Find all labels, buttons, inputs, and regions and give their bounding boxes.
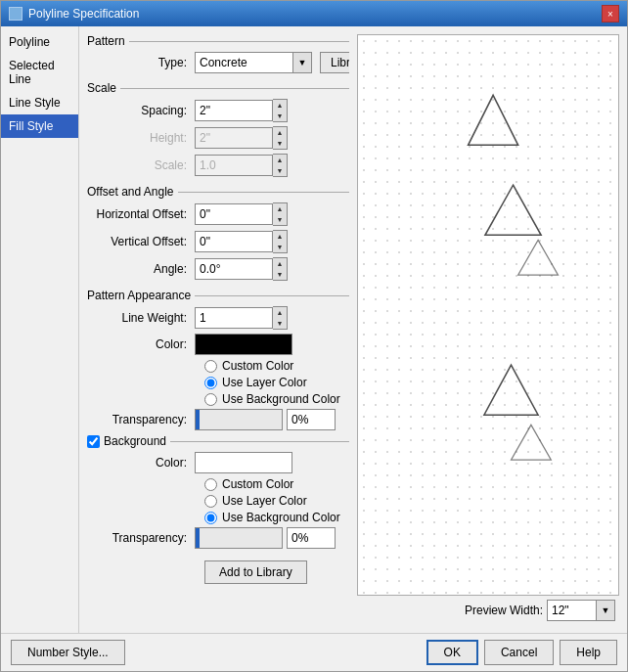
number-style-button[interactable]: Number Style... xyxy=(11,640,125,665)
pattern-bg-color-label: Use Background Color xyxy=(222,392,340,406)
pattern-color-swatch[interactable] xyxy=(195,334,292,355)
angle-input[interactable]: 0.0° xyxy=(195,258,273,280)
scale-row: Scale: 1.0 ▲ ▼ xyxy=(87,154,349,177)
type-label: Type: xyxy=(87,56,195,69)
pattern-custom-color-row: Custom Color xyxy=(204,359,349,373)
spacing-spinner-btns[interactable]: ▲ ▼ xyxy=(273,99,288,122)
v-offset-label: Vertical Offset: xyxy=(87,235,195,248)
spacing-row: Spacing: 2" ▲ ▼ xyxy=(87,99,349,122)
line-weight-spinner-btns[interactable]: ▲ ▼ xyxy=(273,306,288,330)
preview-box xyxy=(357,34,619,596)
scale-input: 1.0 xyxy=(195,155,273,176)
sidebar-item-fill-style[interactable]: Fill Style xyxy=(1,114,78,138)
pattern-bg-color-row: Use Background Color xyxy=(204,392,349,406)
h-offset-spinner[interactable]: 0" ▲ ▼ xyxy=(195,202,288,226)
pattern-layer-color-row: Use Layer Color xyxy=(204,376,349,389)
line-weight-down[interactable]: ▼ xyxy=(273,318,287,329)
v-offset-spinner[interactable]: 0" ▲ ▼ xyxy=(195,230,288,253)
line-weight-row: Line Weight: 1 ▲ ▼ xyxy=(87,306,349,330)
pattern-layer-color-radio[interactable] xyxy=(204,377,217,389)
scale-label: Scale: xyxy=(87,158,195,172)
pattern-color-label: Color: xyxy=(87,337,195,351)
preview-width-label: Preview Width: xyxy=(465,604,543,617)
v-offset-spinner-btns[interactable]: ▲ ▼ xyxy=(273,230,288,253)
spacing-input[interactable]: 2" xyxy=(195,100,273,121)
pattern-transparency-fill xyxy=(196,410,200,429)
background-section-header: Background xyxy=(87,434,349,448)
height-down: ▼ xyxy=(273,138,287,149)
bg-bg-color-radio[interactable] xyxy=(204,512,217,524)
scale-section-header: Scale xyxy=(87,81,349,95)
appearance-section-header: Pattern Appearance xyxy=(87,289,349,302)
svg-marker-4 xyxy=(511,425,551,460)
svg-marker-1 xyxy=(485,185,541,235)
type-row: Type: Concrete ▼ Library... xyxy=(87,52,349,73)
svg-marker-2 xyxy=(518,240,559,275)
library-button[interactable]: Library... xyxy=(320,52,349,73)
type-dropdown-arrow[interactable]: ▼ xyxy=(292,52,312,73)
spacing-spinner[interactable]: 2" ▲ ▼ xyxy=(195,99,288,122)
background-section-label: Background xyxy=(104,434,166,448)
sidebar-item-polyline[interactable]: Polyline xyxy=(1,30,78,54)
preview-width-input[interactable]: 12" xyxy=(547,600,596,621)
bg-transparency-fill xyxy=(196,528,200,548)
spacing-down[interactable]: ▼ xyxy=(273,111,287,121)
v-offset-up[interactable]: ▲ xyxy=(273,231,287,242)
height-up: ▲ xyxy=(273,127,287,138)
pattern-transparency-row: Transparency: 0% xyxy=(87,409,349,430)
pattern-transparency-label: Transparency: xyxy=(87,413,195,426)
h-offset-spinner-btns[interactable]: ▲ ▼ xyxy=(273,202,288,226)
pattern-custom-color-radio[interactable] xyxy=(204,360,217,373)
angle-spinner-btns[interactable]: ▲ ▼ xyxy=(273,257,288,281)
bg-color-swatch[interactable] xyxy=(195,452,292,473)
preview-width-arrow[interactable]: ▼ xyxy=(596,600,615,621)
bg-transparency-slider[interactable] xyxy=(195,527,283,549)
h-offset-down[interactable]: ▼ xyxy=(273,214,287,225)
bg-color-label: Color: xyxy=(87,456,195,470)
pattern-transparency-value[interactable]: 0% xyxy=(287,409,336,430)
ok-button[interactable]: OK xyxy=(426,640,478,665)
pattern-section-header: Pattern xyxy=(87,34,349,48)
svg-marker-0 xyxy=(469,95,518,145)
help-button[interactable]: Help xyxy=(560,640,617,665)
line-weight-label: Line Weight: xyxy=(87,311,195,325)
bg-bg-color-label: Use Background Color xyxy=(222,511,340,524)
add-to-library-button[interactable]: Add to Library xyxy=(204,560,307,584)
dialog-title: Polyline Specification xyxy=(28,7,139,21)
bg-transparency-value[interactable]: 0% xyxy=(287,527,336,549)
v-offset-down[interactable]: ▼ xyxy=(273,242,287,252)
h-offset-label: Horizontal Offset: xyxy=(87,207,195,221)
bg-transparency-row: Transparency: 0% xyxy=(87,527,349,549)
type-input[interactable]: Concrete xyxy=(195,52,292,73)
bg-custom-color-radio[interactable] xyxy=(204,478,217,491)
background-checkbox[interactable] xyxy=(87,435,100,448)
bg-layer-color-row: Use Layer Color xyxy=(204,494,349,508)
bg-color-row: Color: xyxy=(87,452,349,473)
angle-spinner[interactable]: 0.0° ▲ ▼ xyxy=(195,257,288,281)
preview-width-dropdown[interactable]: 12" ▼ xyxy=(547,600,615,621)
angle-label: Angle: xyxy=(87,262,195,276)
sidebar-item-selected-line[interactable]: Selected Line xyxy=(1,54,78,91)
pattern-bg-color-radio[interactable] xyxy=(204,393,217,406)
offset-section-header: Offset and Angle xyxy=(87,185,349,199)
line-weight-up[interactable]: ▲ xyxy=(273,307,287,318)
spacing-up[interactable]: ▲ xyxy=(273,100,287,111)
sidebar: Polyline Selected Line Line Style Fill S… xyxy=(1,26,79,633)
angle-up[interactable]: ▲ xyxy=(273,258,287,269)
bg-transparency-label: Transparency: xyxy=(87,531,195,545)
sidebar-item-line-style[interactable]: Line Style xyxy=(1,91,78,114)
bg-bg-color-row: Use Background Color xyxy=(204,511,349,524)
v-offset-row: Vertical Offset: 0" ▲ ▼ xyxy=(87,230,349,253)
close-button[interactable]: × xyxy=(602,5,619,22)
type-dropdown[interactable]: Concrete ▼ xyxy=(195,52,312,73)
angle-down[interactable]: ▼ xyxy=(273,269,287,280)
v-offset-input[interactable]: 0" xyxy=(195,231,273,252)
pattern-transparency-slider[interactable] xyxy=(195,409,283,430)
line-weight-spinner[interactable]: 1 ▲ ▼ xyxy=(195,306,288,330)
h-offset-up[interactable]: ▲ xyxy=(273,203,287,214)
dialog-footer: Number Style... OK Cancel Help xyxy=(1,633,627,671)
bg-layer-color-radio[interactable] xyxy=(204,495,217,508)
line-weight-input[interactable]: 1 xyxy=(195,307,273,329)
h-offset-input[interactable]: 0" xyxy=(195,203,273,225)
cancel-button[interactable]: Cancel xyxy=(484,640,554,665)
